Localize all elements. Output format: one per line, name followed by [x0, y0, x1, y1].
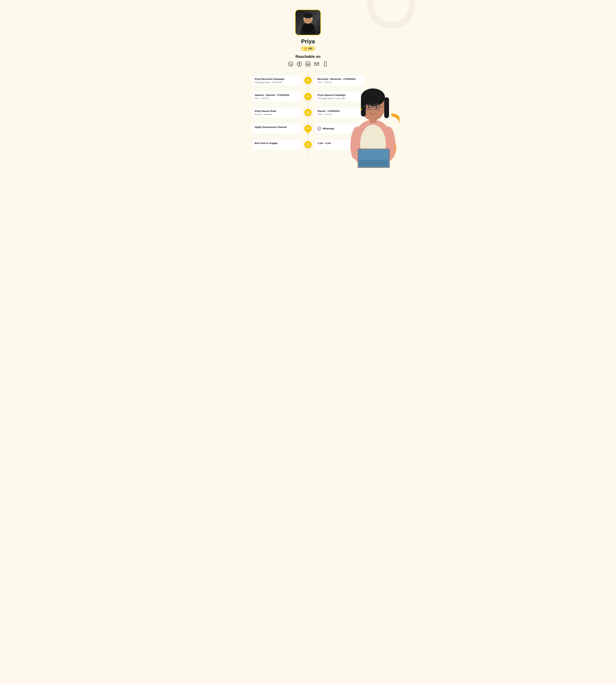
svg-point-39 [366, 104, 372, 110]
svg-point-24 [317, 127, 321, 130]
facebook-icon[interactable] [296, 61, 302, 67]
timeline-icon-4 [301, 124, 315, 133]
card-title: Best time to engage [255, 141, 299, 145]
svg-point-18 [325, 65, 326, 66]
orange-circle-decoration [362, 131, 396, 165]
channel-icon [304, 124, 312, 133]
card-time: Time : 6:24 Pm [317, 113, 361, 116]
timeline-row-1: Priya Received Campaign Campaign Name : … [252, 75, 364, 86]
card-title: Whatsapp [323, 127, 334, 130]
svg-rect-16 [314, 63, 319, 65]
card-title: 2 pm - 6 pm [317, 141, 361, 145]
mobile-icon[interactable] [323, 61, 328, 67]
card-title: Priya Received Campaign [255, 77, 299, 81]
timeline-card-channel-right: Whatsapp [315, 123, 364, 134]
timeline-card-received-left: Priya Received Campaign Campaign Name : … [252, 75, 301, 86]
svg-point-46 [369, 106, 370, 107]
svg-point-34 [361, 93, 385, 120]
card-title: Highly Responsive Channel [255, 126, 299, 129]
reachable-title: Reachable on [295, 54, 321, 59]
timeline-card-besttime-right: 2 pm - 6 pm [315, 139, 364, 150]
svg-point-47 [377, 106, 378, 107]
svg-point-9 [306, 19, 307, 20]
svg-point-23 [308, 128, 308, 129]
order-icon [304, 108, 312, 117]
timeline-row-2: Opened : Opened : 17/03/2024 Time : 5:30… [252, 91, 364, 102]
received-icon [304, 76, 312, 85]
card-title: Received : Received : 17/03/2024 [317, 77, 361, 81]
timeline-card-order-right: Placed : 17/03/2024 Time : 6:24 Pm [315, 107, 364, 118]
timeline-row-4: Highly Responsive Channel [252, 123, 364, 134]
timeline-row-3: Priya Placed Order Product : Necklace [252, 107, 364, 118]
orange-arc-decoration [380, 113, 399, 136]
svg-point-8 [304, 13, 312, 17]
timeline-row-5: Best time to engage 2 pm - 6 pm [252, 139, 364, 150]
card-title: Priya Placed Order [255, 109, 299, 113]
card-time: Time : 4:30 Pm [317, 81, 361, 84]
timeline-icon-1 [301, 76, 315, 85]
svg-point-20 [307, 95, 309, 96]
svg-point-11 [288, 62, 293, 66]
svg-rect-33 [370, 113, 376, 123]
card-title: Opened : Opened : 17/03/2024 [255, 93, 299, 97]
svg-point-10 [309, 19, 310, 20]
opened-icon [304, 92, 312, 101]
timeline-card-order-left: Priya Placed Order Product : Necklace [252, 107, 301, 118]
timeline-card-besttime-left: Best time to engage [252, 139, 301, 150]
email-icon[interactable] [314, 61, 320, 67]
timeline-icon-3 [301, 108, 315, 117]
svg-point-35 [361, 89, 385, 106]
whatsapp-icon[interactable] [288, 61, 293, 67]
timeline-icon-2 [301, 92, 315, 101]
timeline-card-received-right: Received : Received : 17/03/2024 Time : … [315, 75, 364, 86]
svg-point-44 [368, 106, 370, 108]
vip-badge: 👑 VIP [301, 46, 315, 51]
svg-point-38 [361, 90, 384, 103]
timeline-card-channel-left: Highly Responsive Channel [252, 123, 301, 134]
social-icons-row [288, 61, 328, 67]
svg-point-19 [307, 79, 309, 81]
timeline-icon-5 [301, 140, 315, 149]
svg-point-14 [307, 63, 308, 64]
svg-rect-32 [359, 160, 388, 166]
svg-rect-37 [384, 97, 389, 118]
card-time: Time : 5:30 Pm [255, 97, 299, 99]
profile-section: Priya 👑 VIP Reachable on [223, 9, 393, 67]
timeline-card-opened-left: Opened : Opened : 17/03/2024 Time : 5:30… [252, 91, 301, 102]
linkedin-icon[interactable] [305, 61, 311, 67]
crown-icon: 👑 [304, 47, 307, 50]
svg-point-40 [374, 104, 379, 110]
card-title: Priya Opened Campaign [317, 93, 361, 97]
card-subtitle: Campaign Name : Flash Sale [317, 97, 361, 99]
time-icon [304, 140, 312, 149]
card-title: Placed : 17/03/2024 [317, 109, 361, 113]
timeline-section: Priya Received Campaign Campaign Name : … [252, 75, 364, 155]
svg-point-5 [302, 23, 314, 33]
card-subtitle: Product : Necklace [255, 113, 299, 116]
card-subtitle: Campaign Name : Flash Sale [255, 81, 299, 84]
avatar [295, 9, 321, 35]
whatsapp-small-icon [317, 127, 321, 130]
profile-name: Priya [301, 38, 315, 45]
svg-point-45 [376, 106, 378, 108]
timeline-card-opened-right: Priya Opened Campaign Campaign Name : Fl… [315, 91, 364, 102]
svg-rect-15 [307, 64, 307, 65]
